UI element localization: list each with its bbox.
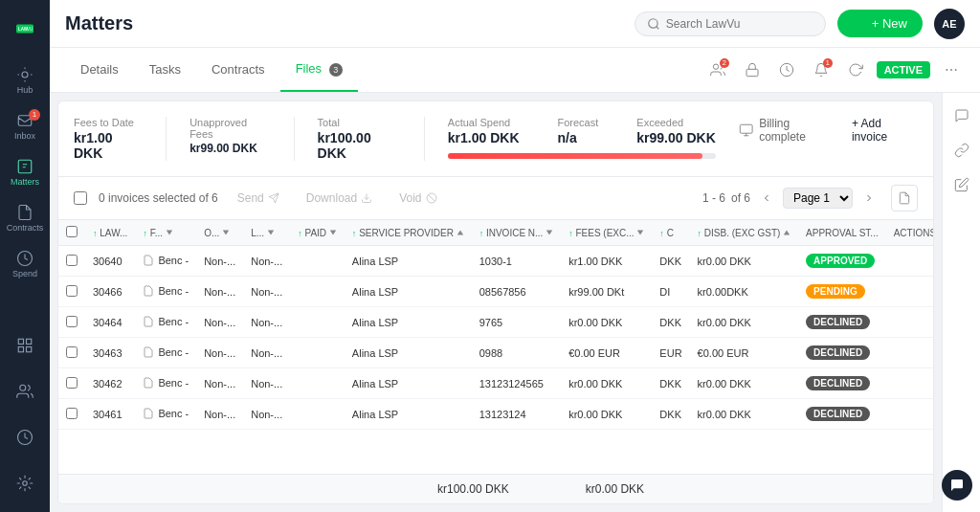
total: Total kr100.00 DKK: [318, 117, 401, 161]
export-icon: [898, 191, 911, 205]
progress-bar-fill: [448, 153, 702, 159]
doc-icon: [143, 316, 154, 327]
row-status: DECLINED: [798, 338, 886, 368]
logo[interactable]: LAW VU: [4, 8, 46, 50]
row-checkbox[interactable]: [66, 316, 78, 327]
new-button[interactable]: + New: [837, 10, 923, 37]
row-col4: Non-...: [243, 338, 290, 368]
row-fees: kr0.00 DKK: [561, 368, 652, 399]
svg-point-3: [22, 72, 28, 78]
row-invoice: 08567856: [472, 277, 562, 307]
row-checkbox[interactable]: [66, 255, 78, 266]
page-select[interactable]: Page 1: [783, 188, 853, 209]
row-col2: Benc -: [135, 368, 196, 399]
tab-details[interactable]: Details: [65, 49, 134, 92]
row-col4: Non-...: [243, 307, 290, 338]
table-row: 30640 Benc - Non-... Non-... Alina LSP 1…: [58, 246, 933, 277]
more-icon-btn[interactable]: [938, 56, 965, 83]
chevron-right-icon: [863, 192, 875, 204]
row-actions: [886, 307, 933, 338]
row-checkbox[interactable]: [66, 346, 78, 358]
sidebar-item-spend[interactable]: Spend: [4, 243, 46, 285]
svg-rect-4: [18, 160, 32, 173]
invoice-area: Fees to Date kr1.00 DKK Unapproved Fees …: [57, 100, 934, 504]
divider1: [166, 117, 167, 161]
col-c: ↑ C: [652, 220, 689, 246]
tab-files[interactable]: Files 3: [280, 48, 358, 92]
row-col3: Non-...: [196, 399, 243, 430]
next-page-btn[interactable]: [858, 188, 880, 209]
matter-tabs-bar: Details Tasks Contracts Files 3 2: [50, 48, 980, 93]
row-checkbox[interactable]: [66, 377, 78, 389]
header-checkbox[interactable]: [66, 226, 78, 237]
avatar[interactable]: AE: [934, 9, 965, 39]
row-col4: Non-...: [243, 399, 290, 430]
active-status-badge[interactable]: ACTIVE: [877, 61, 930, 78]
row-fees: kr0.00 DKK: [561, 307, 652, 338]
tab-contracts[interactable]: Contracts: [196, 49, 280, 92]
add-invoice-btn[interactable]: + Add invoice: [852, 117, 918, 144]
row-provider: Alina LSP: [345, 399, 472, 430]
refresh-icon-btn[interactable]: [842, 56, 869, 83]
sidebar-item-reports[interactable]: [4, 324, 46, 367]
chat-bubble-btn[interactable]: [942, 470, 972, 501]
row-checkbox[interactable]: [66, 285, 78, 297]
row-id: 30461: [85, 399, 135, 430]
sidebar-item-settings[interactable]: [4, 462, 46, 504]
table-footer: kr100.00 DKK kr0.00 DKK: [58, 474, 933, 503]
sidebar-item-matters[interactable]: Matters: [4, 151, 46, 193]
col-l: L...: [243, 220, 290, 246]
row-id: 30462: [85, 368, 135, 399]
col-invoice: ↑ INVOICE N...: [472, 220, 562, 246]
sidebar-item-directory[interactable]: [4, 370, 46, 412]
billing-complete-btn[interactable]: Billing complete: [739, 117, 836, 144]
more-icon: [944, 62, 959, 78]
col-law: ↑ LAW...: [85, 220, 135, 246]
right-chat-btn[interactable]: [947, 100, 977, 131]
col-disb: ↑ DISB. (EXC GST): [690, 220, 799, 246]
summary-right: Billing complete + Add invoice: [739, 117, 918, 144]
void-btn[interactable]: Void: [391, 188, 444, 209]
sidebar-item-hub[interactable]: Hub: [4, 59, 46, 101]
lock-icon-btn[interactable]: [739, 56, 766, 83]
row-invoice: 9765: [472, 307, 562, 338]
prev-page-btn[interactable]: [756, 188, 777, 209]
row-fees: kr0.00 DKK: [561, 399, 652, 430]
svg-rect-7: [27, 339, 32, 344]
chevron-left-icon: [761, 192, 772, 204]
search-box[interactable]: [635, 11, 826, 36]
select-info: 0 invoices selected of 6: [99, 191, 218, 205]
search-input[interactable]: [666, 17, 791, 31]
row-c: EUR: [652, 338, 689, 368]
clock-icon-btn[interactable]: [773, 56, 800, 83]
people-icon-btn[interactable]: 2: [704, 56, 731, 83]
files-badge: 3: [329, 63, 343, 77]
table-row: 30462 Benc - Non-... Non-... Alina LSP 1…: [58, 368, 933, 399]
export-btn[interactable]: [891, 185, 918, 211]
row-col3: Non-...: [196, 368, 243, 399]
right-edit-btn[interactable]: [947, 169, 977, 200]
col-f: ↑ F...: [135, 220, 196, 246]
row-status: PENDING: [798, 277, 886, 307]
sidebar: LAW VU Hub Inbox 1 Matters Contracts Spe…: [0, 0, 50, 512]
row-status: APPROVED: [798, 246, 886, 277]
sidebar-item-contracts[interactable]: Contracts: [4, 197, 46, 239]
pagination: 1 - 6 of 6 Page 1: [702, 188, 880, 209]
sidebar-item-inbox[interactable]: Inbox 1: [4, 105, 46, 147]
bell-icon-btn[interactable]: 1: [808, 56, 835, 83]
row-actions: [886, 277, 933, 307]
sidebar-item-history[interactable]: [4, 416, 46, 458]
row-actions: [886, 338, 933, 368]
send-btn[interactable]: Send: [230, 188, 287, 209]
select-all-checkbox[interactable]: [74, 191, 87, 205]
tab-tasks[interactable]: Tasks: [134, 49, 196, 92]
row-checkbox[interactable]: [66, 408, 78, 419]
tv-icon: [739, 122, 753, 138]
row-id: 30466: [85, 277, 135, 307]
download-btn[interactable]: Download: [299, 188, 380, 209]
row-paid: [290, 399, 345, 430]
row-invoice: 13123124: [472, 399, 562, 430]
svg-marker-27: [223, 230, 229, 234]
right-link-btn[interactable]: [947, 135, 977, 166]
progress-bar-container: [448, 153, 716, 159]
